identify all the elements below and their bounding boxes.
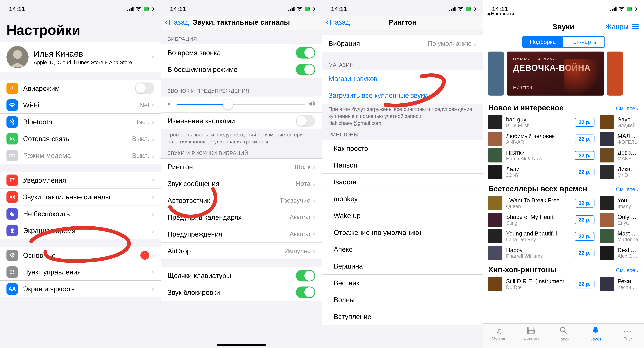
row-lock-sound[interactable]: Звук блокировки <box>161 284 322 301</box>
ringtone-item[interactable]: Вестник <box>322 275 483 291</box>
row-notifications[interactable]: Уведомления › <box>0 172 161 189</box>
row-change-with-buttons[interactable]: Изменение кнопками <box>161 113 322 129</box>
see-all-hiphop[interactable]: См. все › <box>616 267 638 273</box>
track-item[interactable]: ПряткиHammAli & Navai22 р. <box>488 148 594 163</box>
track-item[interactable]: bad guyBillie Eilish22 р. <box>488 115 594 129</box>
track-item[interactable]: Режим умКаспийски <box>600 277 638 291</box>
price-button[interactable]: 22 р. <box>575 249 594 257</box>
track-item[interactable]: Любимый человекANIVAR22 р. <box>488 132 594 146</box>
track-item[interactable]: Девочка кMAKF <box>600 148 638 163</box>
track-item[interactable]: Shape of My HeartSting22 р. <box>488 213 594 227</box>
back-button[interactable]: ‹Назад <box>165 18 189 26</box>
banner-carousel[interactable]: HAMMALI & NAVAI ДЕВОЧКА-ВОЙНА Рингтон <box>483 51 644 99</box>
section-title-new: Новое и интересное <box>488 103 564 112</box>
see-all-best[interactable]: См. все › <box>616 186 638 192</box>
ringtone-item[interactable]: Волны <box>322 291 483 308</box>
volume-slider[interactable] <box>176 104 305 105</box>
row-keyboard-clicks[interactable]: Щелчки клавиатуры <box>161 267 322 284</box>
see-all-new[interactable]: См. все › <box>616 105 638 112</box>
more-icon: ⋯ <box>623 326 632 336</box>
row-ringtone[interactable]: Рингтон Шелк › <box>161 159 322 175</box>
row-download-all[interactable]: Загрузить все купленные звуки <box>322 87 483 104</box>
row-tone-store[interactable]: Магазин звуков <box>322 70 483 87</box>
track-item[interactable]: MasterpiecMadonna <box>600 229 638 243</box>
track-item[interactable]: You Will NImany <box>600 196 638 210</box>
segment-featured[interactable]: Подборка <box>522 37 563 47</box>
row-airplane[interactable]: ✈︎ Авиарежим <box>0 80 161 97</box>
genres-link[interactable]: Жанры <box>605 22 628 30</box>
switch-change-buttons[interactable] <box>296 115 315 127</box>
switch-keyclick[interactable] <box>296 270 315 281</box>
track-item[interactable]: Sayonara дЭлджей <box>600 115 638 129</box>
price-button[interactable]: 22 р. <box>575 280 594 288</box>
track-item[interactable]: МАЛОЛЕТФОГЕЛЬ <box>600 132 638 146</box>
switch-vibrate-ring[interactable] <box>296 47 315 58</box>
row-bluetooth[interactable]: Bluetooth Вкл. › <box>0 114 161 130</box>
ringtone-item[interactable]: Вершина <box>322 258 483 275</box>
segmented-control[interactable]: Подборка Топ-чарты <box>522 36 605 48</box>
row-text-tone[interactable]: Звук сообщения Нота › <box>161 175 322 192</box>
price-button[interactable]: 22 р. <box>575 118 594 127</box>
row-airdrop[interactable]: AirDrop Импульс › <box>161 243 322 259</box>
track-item[interactable]: I Want To Break FreeQueen22 р. <box>488 196 594 210</box>
back-button[interactable]: ‹Назад <box>326 18 350 26</box>
track-item[interactable]: DestinationAlex Gaudin <box>600 246 638 260</box>
row-voicemail[interactable]: Автоответчик Трезвучие › <box>161 192 322 209</box>
ringtone-item[interactable]: Wake up <box>322 207 483 224</box>
ringtone-item[interactable]: Отражение (по умолчанию) <box>322 224 483 241</box>
price-button[interactable]: 22 р. <box>575 199 594 207</box>
price-button[interactable]: 22 р. <box>575 232 594 241</box>
switch-airplane[interactable] <box>135 82 154 94</box>
row-sounds[interactable]: Звуки, тактильные сигналы › <box>0 189 161 205</box>
switch-locksound[interactable] <box>296 287 315 298</box>
row-control-center[interactable]: Пункт управления › <box>0 264 161 281</box>
tab-search[interactable]: Поиск <box>547 324 580 344</box>
track-item[interactable]: ЛалиJONY22 р. <box>488 165 594 179</box>
chevron-icon: › <box>313 179 315 188</box>
tab-sounds[interactable]: Звуки <box>580 324 612 344</box>
tab-music[interactable]: ♫Музыка <box>483 324 515 344</box>
segment-topcharts[interactable]: Топ-чарты <box>563 37 604 47</box>
ringtone-item[interactable]: Вступление <box>322 308 483 325</box>
row-wifi[interactable]: Wi-Fi Net › <box>0 97 161 114</box>
tab-more[interactable]: ⋯Еще <box>612 324 644 344</box>
switch-vibrate-silent[interactable] <box>296 64 315 75</box>
home-indicator[interactable] <box>217 344 266 346</box>
row-dnd[interactable]: Не беспокоить › <box>0 205 161 222</box>
ringtone-item[interactable]: Isadora <box>322 174 483 190</box>
section-title-best: Бестселлеры всех времен <box>488 184 587 193</box>
banner-next[interactable] <box>607 51 623 96</box>
price-button[interactable]: 22 р. <box>575 215 594 224</box>
price-button[interactable]: 22 р. <box>575 151 594 160</box>
row-display[interactable]: AA Экран и яркость › <box>0 281 161 297</box>
profile-cell[interactable]: Илья Кичаев Apple ID, iCloud, iTunes Sto… <box>0 42 161 72</box>
price-button[interactable]: 22 р. <box>575 135 594 143</box>
section-header-ringtones: РИНГТОНЫ <box>322 130 483 140</box>
featured-banner[interactable]: HAMMALI & NAVAI ДЕВОЧКА-ВОЙНА Рингтон <box>507 51 604 96</box>
price-button[interactable]: 22 р. <box>575 168 594 176</box>
row-calendar-alerts[interactable]: Предупр. в календарях Аккорд › <box>161 209 322 226</box>
banner-prev[interactable] <box>488 51 504 96</box>
row-vibration[interactable]: Вибрация По умолчанию › <box>322 35 483 52</box>
row-vibrate-silent[interactable]: В бесшумном режиме <box>161 61 322 78</box>
ringtone-item[interactable]: Как просто <box>322 140 483 157</box>
track-item[interactable]: Only TimeEnya <box>600 213 638 227</box>
row-general[interactable]: ⚙︎ Основные 1 › <box>0 247 161 264</box>
ringtone-item[interactable]: Hanson <box>322 157 483 174</box>
track-item[interactable]: Young and BeautifulLana Del Rey22 р. <box>488 229 594 243</box>
ringtone-item[interactable]: Апекс <box>322 241 483 258</box>
track-item[interactable]: Still D.R.E. (Instrument…Dr. Dre22 р. <box>488 277 594 291</box>
album-cover <box>488 246 502 260</box>
nav-bar: Звуки Жанры <box>483 19 644 34</box>
list-icon[interactable] <box>632 24 638 29</box>
row-reminder-alerts[interactable]: Предупреждения Аккорд › <box>161 226 322 243</box>
track-item[interactable]: HappyPharrell Williams22 р. <box>488 246 594 260</box>
tab-films[interactable]: 🎞︎Фильмы <box>515 324 547 344</box>
breadcrumb-back[interactable]: ◀Настройки <box>487 11 514 16</box>
ringtone-item[interactable]: monkey <box>322 190 483 207</box>
row-cellular[interactable]: Сотовая связь Выкл. › <box>0 130 161 147</box>
track-item[interactable]: Дикий ядMriD <box>600 165 638 179</box>
chevron-icon: › <box>152 210 154 218</box>
row-screentime[interactable]: Экранное время › <box>0 222 161 239</box>
row-vibrate-ring[interactable]: Во время звонка <box>161 44 322 61</box>
